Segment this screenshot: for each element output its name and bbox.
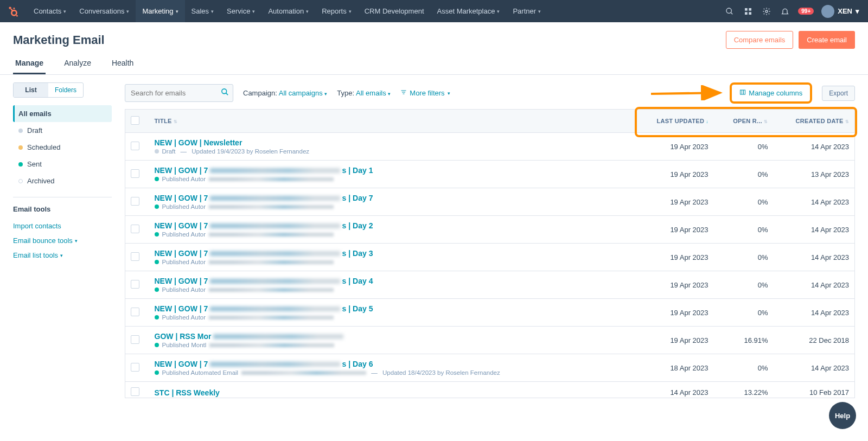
status-dot	[155, 343, 159, 347]
bell-icon[interactable]	[780, 6, 790, 17]
nav-service[interactable]: Service▾	[220, 0, 261, 22]
settings-gear-icon[interactable]	[761, 6, 772, 17]
search-icon[interactable]	[221, 88, 229, 98]
filter-all-emails[interactable]: All emails	[13, 105, 112, 122]
sidebar: ListFolders All emailsDraftScheduledSent…	[13, 82, 112, 398]
nav-marketing[interactable]: Marketing▾	[136, 0, 184, 22]
create-email-button[interactable]: Create email	[799, 31, 855, 49]
col-created-date[interactable]: CREATED DATE⇅	[774, 110, 855, 133]
email-title-link[interactable]: s | Day 5	[342, 304, 373, 313]
row-checkbox[interactable]	[131, 335, 139, 344]
tool-import-contacts[interactable]: Import contacts	[13, 219, 112, 233]
chevron-down-icon: ▾	[538, 9, 541, 14]
row-checkbox[interactable]	[131, 225, 139, 233]
svg-line-6	[731, 12, 732, 14]
row-checkbox[interactable]	[131, 280, 139, 289]
email-title-link[interactable]: NEW | GOW | 7	[155, 221, 208, 230]
nav-sales[interactable]: Sales▾	[185, 0, 221, 22]
tab-manage[interactable]: Manage	[13, 59, 46, 74]
export-button[interactable]: Export	[822, 86, 855, 101]
email-title-link[interactable]: NEW | GOW | 7	[155, 249, 208, 258]
email-title-link[interactable]: NEW | GOW | 7	[155, 360, 208, 368]
campaign-label: Campaign:	[243, 89, 277, 97]
email-title-link[interactable]: s | Day 2	[342, 221, 373, 230]
nav-reports[interactable]: Reports▾	[315, 0, 358, 22]
redacted-text	[209, 205, 334, 209]
status-dot	[155, 149, 159, 154]
redacted-text	[209, 233, 334, 237]
col-last-updated[interactable]: LAST UPDATED↓	[638, 110, 714, 133]
row-checkbox[interactable]	[131, 197, 139, 206]
email-title-link[interactable]: GOW | RSS Mor	[155, 332, 212, 341]
col-title[interactable]: TITLE⇅	[149, 110, 638, 133]
filter-draft[interactable]: Draft	[13, 122, 112, 139]
compare-emails-button[interactable]: Compare emails	[726, 31, 794, 49]
email-title-link[interactable]: STC | RSS Weekly	[155, 388, 220, 397]
nav-automation[interactable]: Automation▾	[261, 0, 315, 22]
chevron-down-icon: ▾	[211, 9, 214, 14]
cell-last-updated: 19 Apr 2023	[638, 188, 714, 216]
cell-created-date: 10 Feb 2017	[774, 382, 855, 398]
status-dot	[155, 232, 159, 237]
row-checkbox[interactable]	[131, 308, 139, 316]
manage-columns-button[interactable]: Manage columns	[739, 89, 802, 97]
row-checkbox[interactable]	[131, 363, 139, 372]
nav-partner[interactable]: Partner▾	[506, 0, 547, 22]
notification-badge[interactable]: 99+	[798, 8, 814, 15]
nav-crm-development[interactable]: CRM Development	[358, 0, 431, 22]
cell-created-date: 14 Apr 2023	[774, 299, 855, 327]
toggle-list[interactable]: List	[14, 83, 48, 97]
email-title-link[interactable]: s | Day 6	[342, 360, 373, 368]
nav-contacts[interactable]: Contacts▾	[27, 0, 73, 22]
cell-open-rate: 0%	[714, 216, 774, 244]
hubspot-logo-icon[interactable]	[8, 5, 20, 17]
row-checkbox[interactable]	[131, 252, 139, 261]
row-checkbox[interactable]	[131, 169, 139, 178]
email-title-link[interactable]: s | Day 7	[342, 194, 373, 202]
email-title-link[interactable]: NEW | GOW | Newsletter	[155, 138, 242, 147]
email-title-link[interactable]: NEW | GOW | 7	[155, 277, 208, 285]
campaign-filter[interactable]: All campaigns ▾	[279, 89, 328, 97]
columns-icon	[739, 89, 746, 97]
svg-point-3	[13, 8, 15, 9]
filter-scheduled[interactable]: Scheduled	[13, 139, 112, 156]
search-input[interactable]	[125, 84, 233, 102]
email-title-link[interactable]: NEW | GOW | 7	[155, 194, 208, 202]
tool-email-bounce-tools[interactable]: Email bounce tools ▾	[13, 233, 112, 248]
email-title-link[interactable]: NEW | GOW | 7	[155, 166, 208, 175]
account-name: XEN	[838, 7, 852, 15]
cell-last-updated: 14 Apr 2023	[638, 382, 714, 398]
chevron-down-icon: ▾	[75, 238, 78, 244]
tab-analyze[interactable]: Analyze	[62, 59, 93, 74]
redacted-text	[210, 196, 340, 201]
account-menu[interactable]: XEN ▾	[821, 5, 859, 18]
marketplace-icon[interactable]	[743, 6, 754, 17]
type-filter[interactable]: All emails ▾	[356, 89, 391, 97]
email-title-link[interactable]: s | Day 4	[342, 277, 373, 285]
search-icon[interactable]	[724, 6, 735, 17]
cell-open-rate: 13.22%	[714, 382, 774, 398]
svg-line-2	[11, 9, 13, 11]
status-dot	[18, 179, 23, 183]
nav-conversations[interactable]: Conversations▾	[73, 0, 136, 22]
nav-asset-marketplace[interactable]: Asset Marketplace▾	[431, 0, 507, 22]
email-title-link[interactable]: s | Day 3	[342, 249, 373, 258]
filter-sent[interactable]: Sent	[13, 156, 112, 172]
cell-open-rate: 0%	[714, 299, 774, 327]
table-row: NEW | GOW | 7 s | Day 5Published Autor 1…	[125, 299, 855, 327]
svg-point-5	[726, 8, 731, 13]
more-filters-button[interactable]: More filters ▾	[400, 89, 450, 97]
select-all-checkbox[interactable]	[131, 116, 139, 125]
type-label: Type:	[337, 89, 354, 97]
toggle-folders[interactable]: Folders	[48, 83, 83, 97]
filter-archived[interactable]: Archived	[13, 172, 112, 189]
tab-health[interactable]: Health	[110, 59, 136, 74]
email-title-link[interactable]: NEW | GOW | 7	[155, 304, 208, 313]
row-checkbox[interactable]	[131, 142, 139, 150]
row-checkbox[interactable]	[131, 387, 139, 396]
chevron-down-icon: ▾	[252, 9, 255, 14]
email-title-link[interactable]: s | Day 1	[342, 166, 373, 175]
col-open-rate[interactable]: OPEN R...⇅	[714, 110, 774, 133]
cell-last-updated: 19 Apr 2023	[638, 299, 714, 327]
tool-email-list-tools[interactable]: Email list tools ▾	[13, 248, 112, 263]
